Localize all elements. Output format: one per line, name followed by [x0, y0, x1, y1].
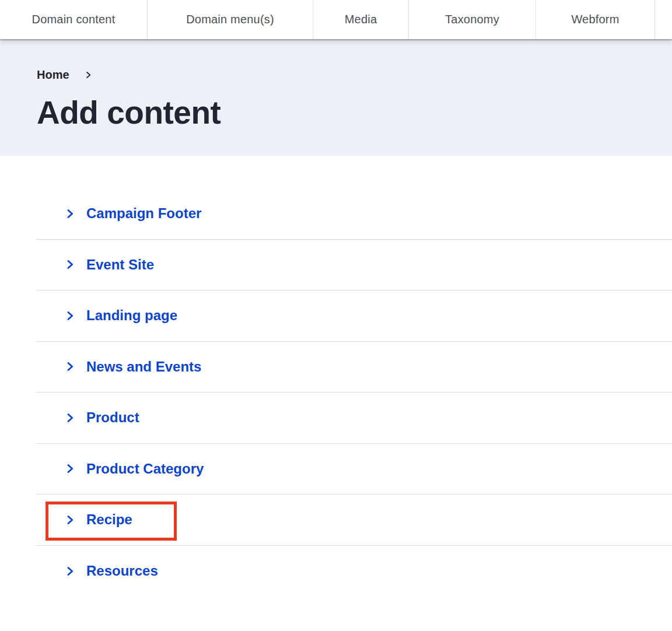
tab-label: Domain menu(s)	[186, 13, 274, 26]
breadcrumb: Home	[37, 68, 672, 82]
chevron-right-icon	[65, 362, 75, 371]
admin-tab-bar: Domain content Domain menu(s) Media Taxo…	[0, 0, 672, 39]
content-type-link[interactable]: Product Category	[86, 461, 204, 476]
tab-label: Domain content	[32, 13, 116, 26]
content-type-row-landing-page[interactable]: Landing page	[36, 290, 672, 342]
chevron-right-icon	[65, 311, 75, 321]
page-header: Home Add content	[0, 39, 672, 156]
chevron-right-icon	[65, 566, 75, 576]
chevron-right-icon	[65, 209, 75, 219]
tab-domain-content[interactable]: Domain content	[0, 0, 148, 39]
content-type-row-campaign-footer[interactable]: Campaign Footer	[36, 188, 672, 240]
content-type-row-news-and-events[interactable]: News and Events	[36, 342, 672, 393]
content-type-link[interactable]: Landing page	[86, 308, 177, 323]
content-type-link[interactable]: Campaign Footer	[86, 206, 201, 221]
chevron-right-icon	[65, 464, 75, 474]
chevron-right-icon	[65, 515, 75, 525]
content-type-link[interactable]: Recipe	[86, 512, 132, 527]
content-type-link[interactable]: Resources	[86, 563, 158, 579]
tab-domain-menus[interactable]: Domain menu(s)	[148, 0, 313, 39]
tab-webform[interactable]: Webform	[536, 0, 655, 39]
content-type-link[interactable]: News and Events	[86, 359, 201, 374]
tab-label: Media	[345, 13, 377, 26]
page-title: Add content	[37, 94, 672, 131]
content-type-link[interactable]: Event Site	[86, 257, 154, 272]
content-type-link[interactable]: Product	[86, 410, 139, 425]
tab-bar-filler	[655, 0, 672, 39]
tab-taxonomy[interactable]: Taxonomy	[409, 0, 536, 39]
content-type-row-recipe[interactable]: Recipe	[36, 495, 672, 546]
tab-label: Taxonomy	[445, 13, 499, 26]
content-type-row-product[interactable]: Product	[36, 392, 672, 444]
breadcrumb-home-link[interactable]: Home	[37, 68, 69, 82]
content-type-row-resources[interactable]: Resources	[36, 546, 672, 597]
chevron-right-icon	[85, 71, 92, 79]
content-type-row-product-category[interactable]: Product Category	[36, 444, 672, 495]
chevron-right-icon	[65, 413, 75, 423]
content-type-list: Campaign Footer Event Site Landing page …	[36, 188, 672, 597]
content-type-row-event-site[interactable]: Event Site	[36, 240, 672, 291]
chevron-right-icon	[65, 260, 75, 269]
tab-media[interactable]: Media	[313, 0, 409, 39]
tab-label: Webform	[571, 13, 619, 26]
